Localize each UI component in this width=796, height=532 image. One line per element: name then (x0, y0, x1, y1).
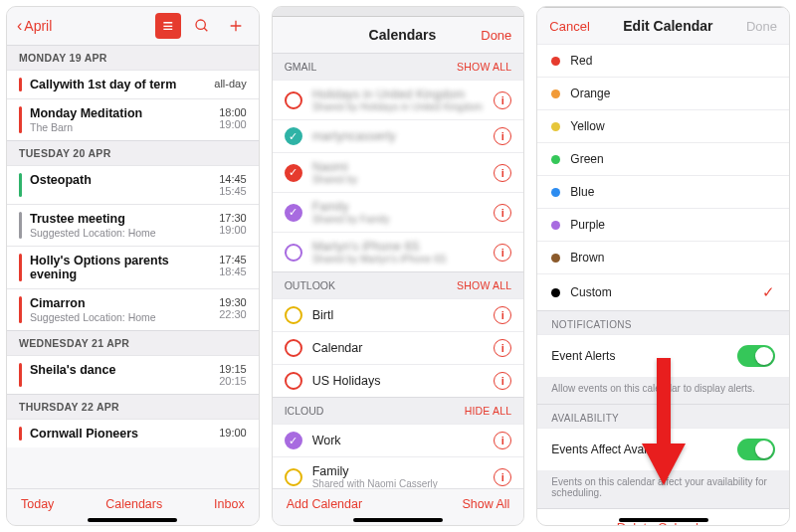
delete-calendar-button[interactable]: Delete Calendar (537, 508, 789, 526)
search-button[interactable] (189, 13, 215, 39)
back-label: April (24, 18, 52, 34)
calendar-row[interactable]: Birtl (273, 298, 524, 331)
color-row[interactable]: Yellow (537, 109, 789, 142)
info-button[interactable] (494, 372, 511, 390)
group-action-link[interactable]: HIDE ALL (465, 405, 512, 417)
info-button[interactable] (494, 432, 511, 449)
event-row[interactable]: Cornwall Pioneers19:00 (7, 419, 259, 447)
svg-marker-5 (642, 443, 686, 485)
svg-rect-4 (657, 358, 671, 445)
day-header: WEDNESDAY 21 APR (7, 330, 259, 355)
list-view-button[interactable]: ≡ (155, 13, 181, 39)
done-button[interactable]: Done (481, 28, 511, 43)
sheet-grabber[interactable] (273, 7, 524, 17)
event-alerts-switch[interactable] (737, 345, 775, 367)
color-row[interactable]: Custom✓ (537, 273, 789, 310)
calendar-row[interactable]: FamilyShared by Family (273, 192, 524, 232)
calendar-check-icon[interactable] (285, 339, 302, 357)
inbox-link[interactable]: Inbox (214, 497, 245, 511)
info-button[interactable] (494, 164, 511, 182)
calendar-name: Martyn's iPhone 6S (312, 240, 485, 254)
calendar-check-icon[interactable] (285, 91, 302, 109)
event-time: 19:00 (219, 427, 247, 441)
event-row[interactable]: Trustee meetingSuggested Location: Home1… (7, 204, 259, 246)
day-header: TUESDAY 20 APR (7, 140, 259, 165)
calendar-row[interactable]: Holidays in United KingdomShared by Holi… (273, 80, 524, 119)
group-action-link[interactable]: SHOW ALL (457, 61, 511, 73)
calendar-check-icon[interactable] (285, 372, 302, 390)
event-color-bar (19, 78, 22, 91)
group-action-link[interactable]: SHOW ALL (457, 279, 511, 291)
event-row[interactable]: CimarronSuggested Location: Home19:3022:… (7, 288, 259, 330)
group-name: GMAIL (285, 61, 317, 73)
calendar-check-icon[interactable] (285, 127, 302, 145)
color-name: Orange (570, 87, 610, 100)
calendar-row[interactable]: FamilyShared with Naomi Casserly (273, 456, 524, 488)
home-indicator[interactable] (619, 518, 708, 522)
calendar-row[interactable]: Calendar (273, 331, 524, 364)
today-link[interactable]: Today (21, 497, 54, 511)
done-button-disabled: Done (746, 19, 777, 34)
cancel-button[interactable]: Cancel (549, 19, 589, 34)
calendar-row[interactable]: Martyn's iPhone 6SShared by Martyn's iPh… (273, 232, 524, 271)
event-color-bar (19, 106, 22, 133)
event-row[interactable]: Osteopath14:4515:45 (7, 165, 259, 204)
event-alerts-label: Event Alerts (551, 349, 615, 363)
color-row[interactable]: Blue (537, 175, 789, 208)
info-button[interactable] (494, 244, 511, 262)
home-indicator[interactable] (88, 518, 177, 522)
calendar-row[interactable]: Work (273, 424, 524, 456)
calendar-group-header: ICLOUDHIDE ALL (273, 397, 524, 424)
availability-switch[interactable] (737, 439, 775, 460)
add-calendar-link[interactable]: Add Calendar (287, 497, 362, 511)
calendar-check-icon[interactable] (285, 164, 302, 182)
group-name: ICLOUD (285, 405, 324, 417)
calendar-body: Calendar (312, 341, 485, 355)
color-row[interactable]: Red (537, 44, 789, 77)
color-dot-icon (551, 57, 560, 66)
event-title: Holly's Options parents evening (30, 254, 219, 281)
info-button[interactable] (494, 339, 511, 357)
calendars-list[interactable]: GMAILSHOW ALLHolidays in United KingdomS… (273, 53, 524, 488)
event-subtitle: The Barn (30, 121, 219, 133)
agenda-list[interactable]: MONDAY 19 APRCallywith 1st day of termal… (7, 45, 259, 488)
home-indicator[interactable] (353, 518, 443, 522)
calendar-body: Holidays in United KingdomShared by Holi… (312, 88, 485, 112)
event-row[interactable]: Callywith 1st day of termall-day (7, 70, 259, 98)
calendar-check-icon[interactable] (285, 432, 302, 449)
calendar-check-icon[interactable] (285, 468, 302, 486)
svg-line-1 (204, 28, 207, 31)
event-title: Sheila's dance (30, 363, 219, 377)
event-row[interactable]: Sheila's dance19:1520:15 (7, 355, 259, 394)
show-all-link[interactable]: Show All (462, 497, 509, 511)
color-list: RedOrangeYellowGreenBluePurpleBrownCusto… (537, 44, 789, 310)
calendar-row[interactable]: martyncasserly (273, 119, 524, 152)
info-button[interactable] (494, 127, 511, 145)
info-button[interactable] (494, 204, 511, 222)
event-row[interactable]: Holly's Options parents evening17:4518:4… (7, 246, 259, 288)
calendar-check-icon[interactable] (285, 204, 302, 222)
calendar-row[interactable]: US Holidays (273, 364, 524, 397)
event-color-bar (19, 212, 22, 239)
color-dot-icon (551, 254, 560, 263)
calendar-name: Holidays in United Kingdom (312, 88, 485, 101)
event-color-bar (19, 254, 22, 281)
calendars-link[interactable]: Calendars (105, 497, 162, 511)
color-row[interactable]: Brown (537, 241, 789, 273)
calendar-check-icon[interactable] (285, 244, 302, 262)
event-body: Callywith 1st day of term (30, 78, 214, 91)
event-row[interactable]: Monday MeditationThe Barn18:0019:00 (7, 98, 259, 140)
add-event-button[interactable] (223, 13, 249, 39)
back-button[interactable]: ‹ April (17, 18, 52, 34)
info-button[interactable] (494, 306, 511, 324)
info-button[interactable] (494, 468, 511, 486)
color-name: Purple (570, 218, 605, 232)
calendar-check-icon[interactable] (285, 306, 302, 324)
color-row[interactable]: Orange (537, 77, 789, 109)
color-name: Red (570, 54, 592, 68)
info-button[interactable] (494, 91, 511, 109)
calendar-body: NaomiShared by (312, 160, 485, 185)
color-row[interactable]: Purple (537, 208, 789, 241)
calendar-row[interactable]: NaomiShared by (273, 152, 524, 192)
color-row[interactable]: Green (537, 142, 789, 175)
